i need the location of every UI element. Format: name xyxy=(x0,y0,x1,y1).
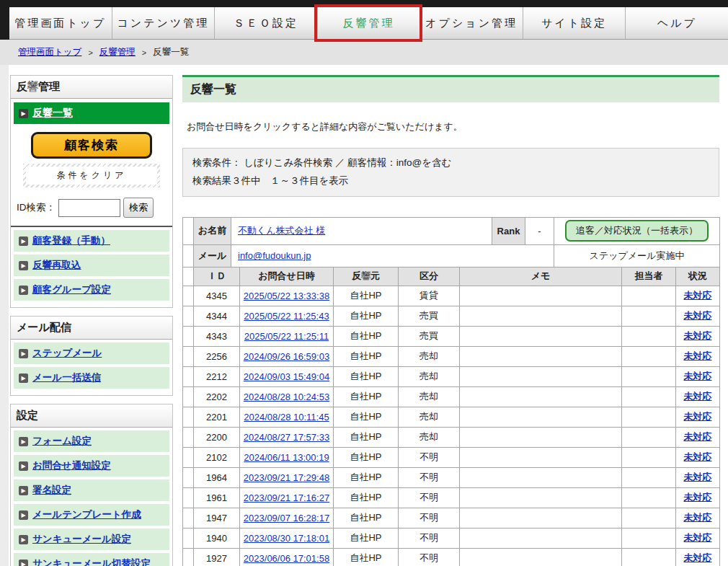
nav-item-admin-top[interactable]: 管理画面トップ xyxy=(9,7,112,39)
status-link[interactable]: 未対応 xyxy=(684,350,712,361)
sidebar-item-label[interactable]: ステップメール xyxy=(32,347,102,360)
col-header-memo: メモ xyxy=(460,267,622,286)
cell-id: 4344 xyxy=(194,306,240,326)
spacer-cell xyxy=(183,386,194,407)
nav-item-seo[interactable]: ＳＥＯ設定 xyxy=(214,7,317,39)
main-nav: 管理画面トップコンテンツ管理ＳＥＯ設定反響管理オプション管理サイト設定ヘルプ xyxy=(9,7,728,40)
cell-memo xyxy=(460,407,622,427)
id-search-submit-button[interactable]: 検索 xyxy=(123,198,154,218)
cell-source: 自社HP xyxy=(334,306,399,326)
inquiry-datetime-link[interactable]: 2024/08/28 10:24:53 xyxy=(244,392,329,402)
inquiry-datetime-link[interactable]: 2024/06/11 13:00:19 xyxy=(244,452,329,463)
sidebar-item-label[interactable]: メールテンプレート作成 xyxy=(32,508,141,521)
arrow-right-icon: ▶ xyxy=(19,109,28,118)
sidebar-item-step-mail[interactable]: ▶ステップメール xyxy=(14,342,169,364)
status-link[interactable]: 未対応 xyxy=(684,431,712,442)
sidebar-item-hankyo-reimport[interactable]: ▶反響再取込 xyxy=(14,255,169,276)
sidebar-item-thankyou-mail-settings[interactable]: ▶サンキューメール設定 xyxy=(14,529,169,550)
inquiry-datetime-link[interactable]: 2024/09/26 16:59:03 xyxy=(244,351,329,362)
sidebar-item-label[interactable]: フォーム設定 xyxy=(32,435,92,448)
customer-info-table: お名前 不動くん株式会社 様 Rank - 追客／対応状況（一括表示） メール … xyxy=(182,217,720,267)
cell-source: 自社HP xyxy=(334,346,399,366)
status-link[interactable]: 未対応 xyxy=(684,472,712,482)
sidebar-item-label[interactable]: サンキューメール切替設定 xyxy=(32,557,151,566)
cell-id: 2102 xyxy=(194,447,240,467)
sidebar-item-signature-settings[interactable]: ▶署名設定 xyxy=(14,479,169,501)
cell-staff xyxy=(622,528,676,548)
cell-id: 1961 xyxy=(194,487,240,508)
status-link[interactable]: 未対応 xyxy=(684,552,712,563)
sidebar-item-bulk-mail-send[interactable]: ▶メール一括送信 xyxy=(14,367,169,389)
sidebar-item-customer-group-settings[interactable]: ▶顧客グループ設定 xyxy=(14,279,169,301)
clear-conditions-button[interactable]: 条件をクリア xyxy=(23,164,160,187)
cell-source: 自社HP xyxy=(334,326,399,346)
sidebar-section-title: メール配信 xyxy=(11,317,172,340)
status-link[interactable]: 未対応 xyxy=(684,310,712,321)
sidebar-item-thankyou-mail-switch[interactable]: ▶サンキューメール切替設定 xyxy=(14,553,169,566)
cell-status: 未対応 xyxy=(676,286,720,306)
table-row: 43452025/05/22 13:33:38自社HP賃貸未対応 xyxy=(183,286,720,306)
nav-item-hankyo[interactable]: 反響管理 xyxy=(317,7,420,39)
page-description: お問合せ日時をクリックすると詳細な内容がご覧いただけます。 xyxy=(187,120,719,133)
inquiry-datetime-link[interactable]: 2023/08/30 17:18:01 xyxy=(244,533,329,544)
inquiry-datetime-link[interactable]: 2023/06/06 17:01:58 xyxy=(244,553,329,564)
sidebar-item-inquiry-notice-settings[interactable]: ▶お問合せ通知設定 xyxy=(14,455,169,477)
sidebar-item-customer-register-manual[interactable]: ▶顧客登録（手動） xyxy=(14,230,169,252)
customer-name-link[interactable]: 不動くん株式会社 様 xyxy=(238,225,325,236)
status-link[interactable]: 未対応 xyxy=(684,492,712,503)
nav-item-content[interactable]: コンテンツ管理 xyxy=(112,7,215,39)
nav-item-option[interactable]: オプション管理 xyxy=(420,7,523,39)
cell-status: 未対応 xyxy=(676,528,720,548)
inquiry-datetime-link[interactable]: 2023/09/21 17:16:27 xyxy=(244,492,329,503)
inquiry-datetime-link[interactable]: 2025/05/22 13:33:38 xyxy=(244,291,329,301)
status-link[interactable]: 未対応 xyxy=(684,411,712,422)
customer-search-button[interactable]: 顧客検索 xyxy=(31,132,152,159)
status-link[interactable]: 未対応 xyxy=(684,290,712,301)
sidebar-item-hankyo-ichiran[interactable]: ▶ 反響一覧 xyxy=(14,102,169,124)
spacer-cell xyxy=(183,407,194,427)
arrow-right-icon: ▶ xyxy=(19,236,28,246)
inquiry-datetime-link[interactable]: 2024/08/27 17:57:33 xyxy=(244,432,329,443)
status-link[interactable]: 未対応 xyxy=(684,451,712,462)
sidebar-item-label[interactable]: 顧客グループ設定 xyxy=(32,283,111,296)
breadcrumb-separator: > xyxy=(88,48,92,57)
sidebar-item-label[interactable]: 署名設定 xyxy=(32,484,71,497)
status-link[interactable]: 未対応 xyxy=(684,371,712,381)
cell-status: 未対応 xyxy=(676,447,720,467)
sidebar-item-label[interactable]: 反響再取込 xyxy=(32,259,81,272)
inquiry-datetime-link[interactable]: 2025/05/22 11:25:11 xyxy=(244,331,329,342)
inquiry-datetime-link[interactable]: 2024/08/28 10:11:45 xyxy=(244,412,329,423)
breadcrumb-link[interactable]: 反響管理 xyxy=(99,46,136,58)
inquiry-datetime-link[interactable]: 2025/05/22 11:25:43 xyxy=(244,311,329,322)
cell-datetime: 2023/06/06 17:01:58 xyxy=(240,548,334,566)
table-row: 19402023/08/30 17:18:01自社HP不明未対応 xyxy=(183,528,720,548)
status-link[interactable]: 未対応 xyxy=(684,330,712,341)
cell-staff xyxy=(622,386,676,407)
inquiry-datetime-link[interactable]: 2024/09/03 15:49:04 xyxy=(244,371,329,382)
cell-source: 自社HP xyxy=(334,366,399,386)
arrow-right-icon: ▶ xyxy=(19,373,28,383)
sidebar-item-label[interactable]: お問合せ通知設定 xyxy=(32,459,111,472)
customer-mail-link[interactable]: info@fudoukun.jp xyxy=(238,250,311,261)
sidebar-item-mail-template-create[interactable]: ▶メールテンプレート作成 xyxy=(14,504,169,526)
sidebar-item-label[interactable]: 反響一覧 xyxy=(32,107,73,120)
inquiry-datetime-link[interactable]: 2023/09/07 16:28:17 xyxy=(244,513,329,523)
sidebar-item-label[interactable]: サンキューメール設定 xyxy=(32,533,131,546)
cell-staff xyxy=(622,366,676,386)
customer-name-cell: 不動くん株式会社 様 xyxy=(231,217,492,244)
sidebar-item-label[interactable]: 顧客登録（手動） xyxy=(32,234,110,247)
inquiry-datetime-link[interactable]: 2023/09/21 17:29:48 xyxy=(244,472,329,483)
status-link[interactable]: 未対応 xyxy=(684,532,712,543)
breadcrumb-link[interactable]: 管理画面トップ xyxy=(18,46,81,58)
breadcrumb: 管理画面トップ>反響管理>反響一覧 xyxy=(0,40,728,65)
cell-category: 賃貸 xyxy=(399,286,460,306)
id-search-input[interactable] xyxy=(58,199,120,217)
followup-status-button[interactable]: 追客／対応状況（一括表示） xyxy=(565,220,709,242)
nav-item-site[interactable]: サイト設定 xyxy=(523,7,626,39)
sidebar-item-label[interactable]: メール一括送信 xyxy=(32,371,101,384)
status-link[interactable]: 未対応 xyxy=(684,391,712,402)
sidebar-item-form-settings[interactable]: ▶フォーム設定 xyxy=(14,430,169,452)
cell-datetime: 2023/09/07 16:28:17 xyxy=(240,508,334,528)
status-link[interactable]: 未対応 xyxy=(684,512,712,523)
nav-item-help[interactable]: ヘルプ xyxy=(625,7,728,39)
